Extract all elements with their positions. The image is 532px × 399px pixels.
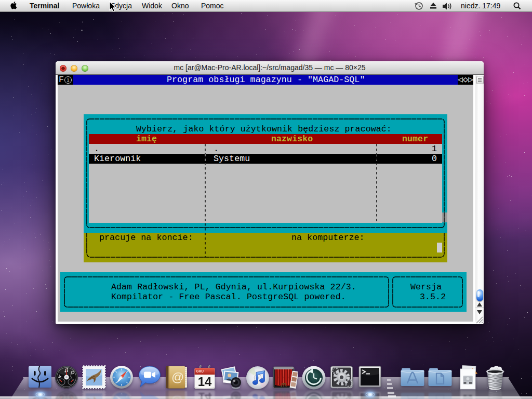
svg-text:@: @ — [171, 395, 184, 399]
svg-text:14: 14 — [198, 390, 212, 399]
svg-text:@: @ — [171, 370, 184, 384]
svg-text:GRU: GRU — [196, 369, 204, 373]
svg-text:14: 14 — [198, 375, 212, 389]
